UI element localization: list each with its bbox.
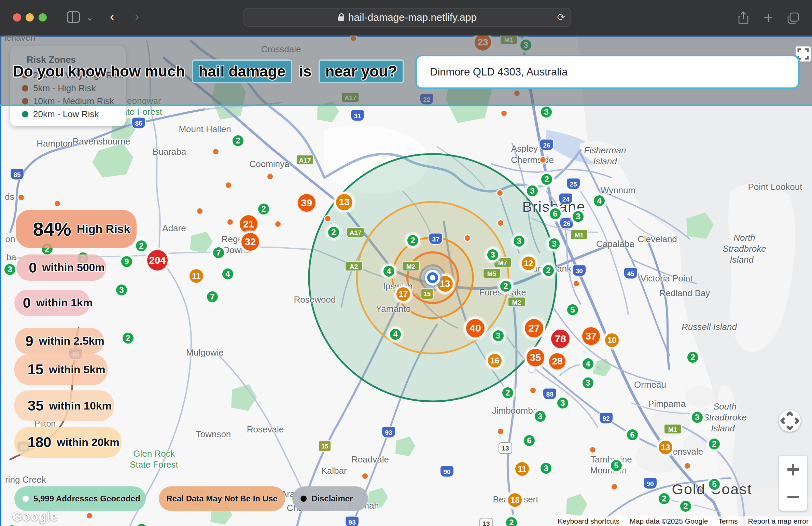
map-point-marker[interactable] [589,446,597,454]
zoom-out-button[interactable] [779,483,807,511]
report-error-link[interactable]: Report a map error [748,517,809,525]
map-cluster-marker[interactable]: 4 [388,327,403,342]
map-cluster-marker[interactable]: 2 [685,350,700,365]
footer-badge-disclaimer[interactable]: Disclaimer [292,486,368,511]
map-cluster-marker[interactable]: 6 [548,206,563,221]
map-cluster-marker[interactable]: 6 [625,427,640,442]
map-cluster-marker[interactable]: 78 [549,328,572,350]
map-cluster-marker[interactable]: 3 [547,236,562,251]
map-point-marker[interactable] [539,156,547,164]
map-cluster-marker[interactable]: 2 [657,491,672,506]
map-cluster-marker[interactable]: 2 [326,225,341,240]
map-cluster-marker[interactable]: 3 [539,105,554,120]
map-cluster-marker[interactable]: 3 [571,209,586,224]
map-cluster-marker[interactable]: 3 [485,247,500,262]
map-cluster-marker[interactable]: 5 [565,302,580,317]
back-button[interactable]: ‹ [110,9,114,24]
map-cluster-marker[interactable]: 3 [2,262,17,277]
map-cluster-marker[interactable]: 16 [486,352,504,370]
map-cluster-marker[interactable]: 2 [541,263,556,278]
refresh-icon[interactable]: ⟳ [557,9,565,26]
map-cluster-marker[interactable]: 3 [538,461,554,476]
map-cluster-marker[interactable]: 2 [405,233,420,248]
map-cluster-marker[interactable]: 4 [220,266,235,281]
map-cluster-marker[interactable]: 39 [296,192,318,214]
map-point-marker[interactable] [496,189,504,197]
sidebar-icon[interactable] [67,11,80,23]
map-cluster-marker[interactable]: 2 [539,172,554,187]
map-cluster-marker[interactable]: 32 [239,231,261,253]
map-cluster-marker[interactable]: 4 [592,193,607,208]
map-cluster-marker[interactable]: 27 [523,317,545,340]
map-point-marker[interactable] [497,428,504,435]
map-cluster-marker[interactable]: 11 [513,460,531,478]
map-cluster-marker[interactable]: 35 [524,347,546,369]
zoom-button[interactable] [39,13,47,22]
map-cluster-marker[interactable]: 4 [580,356,596,371]
map-cluster-marker[interactable]: 3 [533,409,548,424]
map-point-marker[interactable] [196,207,204,215]
map-cluster-marker[interactable]: 37 [580,325,602,347]
map-cluster-marker[interactable]: 12 [520,254,537,272]
map-cluster-marker[interactable]: 5 [707,477,722,492]
map-point-marker[interactable] [684,462,691,470]
map-cluster-marker[interactable]: 2 [707,437,722,452]
map-cluster-marker[interactable]: 2 [256,202,271,217]
new-tab-icon[interactable] [761,10,776,25]
map-cluster-marker[interactable]: 2 [500,385,515,400]
map-cluster-marker[interactable]: 17 [394,285,412,303]
map-cluster-marker[interactable]: 28 [547,351,568,372]
terms-link[interactable]: Terms [718,517,738,525]
map-point-marker[interactable] [212,148,220,155]
map-cluster-marker[interactable]: 40 [464,317,487,340]
map-cluster-marker[interactable]: 5 [609,458,624,473]
map-cluster-marker[interactable]: 4 [381,264,396,279]
map-point-marker[interactable] [324,215,332,222]
map-point-marker[interactable] [226,218,234,226]
map-point-marker[interactable] [86,512,93,520]
tab-overview-icon[interactable] [785,10,800,25]
close-button[interactable] [13,13,21,22]
map-cluster-marker[interactable]: 3 [512,234,527,249]
map-point-marker[interactable] [464,234,471,242]
map-cluster-marker[interactable] [529,366,535,372]
map-cluster-marker[interactable]: 2 [498,279,513,294]
map-cluster-marker[interactable]: 3 [580,375,596,390]
map-point-marker[interactable] [266,173,274,180]
map-cluster-marker[interactable]: 3 [491,328,506,343]
map-cluster-marker[interactable]: 3 [555,396,570,411]
minimize-button[interactable] [26,13,34,22]
map-cluster-marker[interactable]: 7 [205,289,220,304]
map-point-marker[interactable] [529,387,537,394]
keyboard-shortcuts-link[interactable]: Keyboard shortcuts [558,517,619,525]
map-point-marker[interactable] [573,280,580,287]
map-cluster-marker[interactable]: 11 [187,267,205,285]
map-cluster-marker[interactable]: 10 [603,331,621,349]
map-point-marker[interactable] [361,472,369,480]
map-point-marker[interactable] [500,110,508,117]
map-point-marker[interactable] [497,219,504,227]
map-cluster-marker[interactable]: 2 [121,331,136,346]
map-cluster-marker[interactable]: 2 [134,238,149,253]
map-cluster-marker[interactable]: 9 [119,254,134,269]
map-cluster-marker[interactable]: 2 [678,499,693,514]
map-point-marker[interactable] [17,194,25,201]
map-cluster-marker[interactable]: 13 [657,439,674,456]
map-cluster-marker[interactable]: 3 [690,410,705,425]
chevron-down-icon[interactable]: ⌄ [86,12,94,23]
map-cluster-marker[interactable]: 7 [211,245,226,260]
map-cluster-marker[interactable]: 6 [522,433,537,448]
share-icon[interactable] [736,10,751,25]
search-input[interactable] [430,56,771,88]
map-cluster-marker[interactable]: 3 [525,183,540,198]
map-cluster-marker[interactable]: 13 [334,192,354,212]
zoom-in-button[interactable] [779,456,807,483]
map-cluster-marker[interactable]: 2 [230,133,246,148]
map-point-marker[interactable] [611,483,618,490]
url-bar[interactable]: hail-damage-map.netlify.app ⟳ [243,8,571,27]
forward-button[interactable]: › [135,9,139,24]
map-point-marker[interactable] [274,220,282,228]
map-point-marker[interactable] [225,181,232,189]
map-cluster-marker[interactable]: 18 [506,491,524,509]
pan-control[interactable] [779,410,801,432]
